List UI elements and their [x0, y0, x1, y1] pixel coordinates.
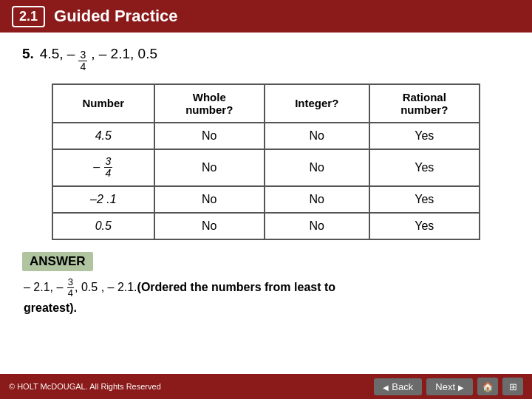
- cell-rational-4: Yes: [369, 213, 480, 239]
- table-row: –2 .1 No No Yes: [52, 186, 480, 213]
- cell-whole-1: No: [154, 123, 265, 149]
- cell-whole-3: No: [154, 186, 265, 213]
- question-text: 4.5, – 3 4 , – 2.1, 0.5: [40, 46, 157, 73]
- footer-nav: Back Next 🏠 ⊞: [374, 378, 523, 395]
- section-badge: 2.1: [12, 6, 45, 27]
- back-button[interactable]: Back: [374, 378, 422, 395]
- row2-frac-num: 3: [104, 156, 113, 168]
- answer-greatest: greatest).: [24, 301, 77, 314]
- copyright: © HOLT McDOUGAL. All Rights Reserved: [9, 382, 161, 391]
- table-row: – 3 4 No No Yes: [52, 149, 480, 186]
- header: 2.1 Guided Practice: [0, 0, 532, 33]
- next-label: Next: [435, 381, 455, 392]
- q-sequence: 4.5, –: [40, 46, 75, 62]
- cell-whole-4: No: [154, 213, 265, 239]
- question-number: 5.: [22, 46, 34, 62]
- cell-whole-2: No: [154, 149, 265, 186]
- question-row: 5. 4.5, – 3 4 , – 2.1, 0.5: [22, 46, 510, 73]
- page-title: Guided Practice: [54, 7, 178, 26]
- cell-number-2: – 3 4: [52, 149, 154, 186]
- table-header-row: Number Wholenumber? Integer? Rationalnum…: [52, 84, 480, 123]
- next-button[interactable]: Next: [426, 378, 473, 395]
- main-button[interactable]: ⊞: [502, 378, 523, 395]
- footer: © HOLT McDOUGAL. All Rights Reserved Bac…: [0, 374, 532, 399]
- data-table: Number Wholenumber? Integer? Rationalnum…: [52, 83, 480, 240]
- table-row: 0.5 No No Yes: [52, 213, 480, 239]
- lesson-button[interactable]: 🏠: [477, 378, 498, 395]
- answer-bold: (Ordered the numbers from least to: [137, 281, 336, 293]
- q-frac-den: 4: [78, 61, 87, 72]
- q-frac-num: 3: [78, 50, 87, 61]
- col-header-rational: Rationalnumber?: [369, 84, 480, 123]
- ans-frac-num: 3: [67, 277, 74, 288]
- col-header-number: Number: [52, 84, 154, 123]
- cell-integer-3: No: [265, 186, 369, 213]
- back-arrow-icon: [383, 381, 389, 392]
- row2-fraction: 3 4: [104, 156, 113, 180]
- next-arrow-icon: [458, 381, 464, 392]
- back-label: Back: [392, 381, 413, 392]
- ans-frac-den: 4: [67, 288, 74, 299]
- q-fraction: 3 4: [78, 50, 87, 73]
- main-content: 5. 4.5, – 3 4 , – 2.1, 0.5 Number Wholen…: [0, 33, 532, 331]
- cell-integer-1: No: [265, 123, 369, 149]
- table-row: 4.5 No No Yes: [52, 123, 480, 149]
- cell-number-3: –2 .1: [52, 186, 154, 213]
- row2-frac-den: 4: [104, 168, 113, 179]
- main-icon: ⊞: [509, 381, 517, 392]
- cell-rational-1: Yes: [369, 123, 480, 149]
- cell-rational-2: Yes: [369, 149, 480, 186]
- col-header-whole: Wholenumber?: [154, 84, 265, 123]
- answer-label: ANSWER: [22, 252, 93, 271]
- cell-rational-3: Yes: [369, 186, 480, 213]
- q-rest: , – 2.1, 0.5: [91, 46, 157, 62]
- cell-number-4: 0.5: [52, 213, 154, 239]
- cell-integer-2: No: [265, 149, 369, 186]
- answer-fraction: 3 4: [67, 277, 74, 299]
- col-header-integer: Integer?: [265, 84, 369, 123]
- answer-line1: – 2.1, – 3 4 , 0.5 , – 2.1.(Ordered the …: [24, 281, 335, 293]
- cell-number-1: 4.5: [52, 123, 154, 149]
- answer-line2: greatest).: [24, 301, 77, 314]
- lesson-icon: 🏠: [482, 381, 494, 392]
- answer-text: – 2.1, – 3 4 , 0.5 , – 2.1.(Ordered the …: [22, 277, 510, 318]
- cell-integer-4: No: [265, 213, 369, 239]
